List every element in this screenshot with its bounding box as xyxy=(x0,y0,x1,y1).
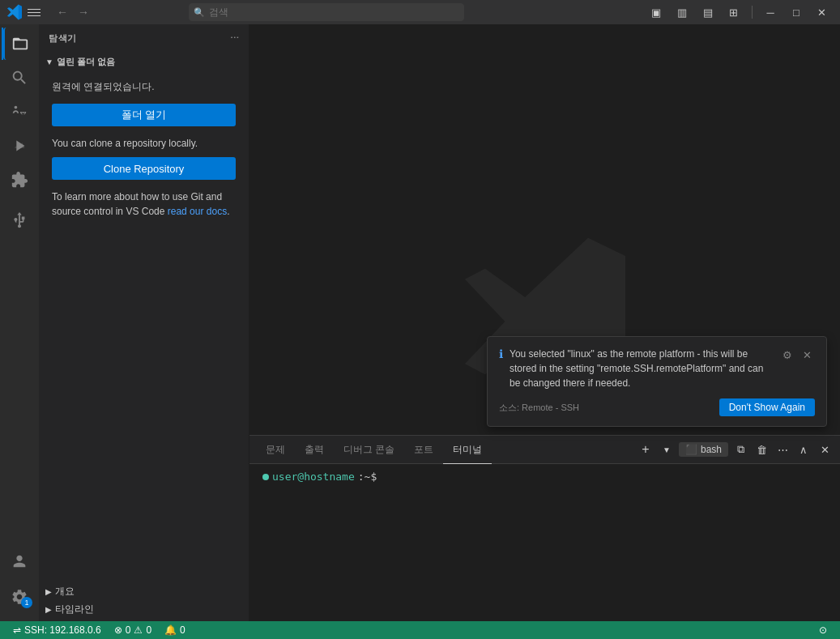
notification-popup: ℹ You selected "linux" as the remote pla… xyxy=(487,336,827,427)
sidebar-header-actions: ⋯ xyxy=(230,33,240,44)
sidebar-footer-overview[interactable]: ▶ 개요 xyxy=(39,582,249,600)
terminal-line: user@hostname :~$ xyxy=(262,471,827,483)
sidebar-item-explorer[interactable] xyxy=(3,28,36,60)
notification-footer: 소스: Remote - SSH Don't Show Again xyxy=(499,398,815,416)
titlebar-controls: ▣ ▥ ▤ ⊞ ─ □ ✕ xyxy=(645,3,834,21)
settings-badge: 1 xyxy=(21,597,32,608)
status-bar-right: ⊙ xyxy=(812,621,834,639)
notification-settings-button[interactable]: ⚙ xyxy=(779,347,795,363)
notification-close-button[interactable]: ✕ xyxy=(799,347,815,363)
status-info-count: 0 xyxy=(180,624,185,636)
sidebar-item-remote[interactable] xyxy=(3,204,36,236)
status-bar: ⇌ SSH: 192.168.0.6 ⊗ 0 ⚠ 0 🔔 0 ⊙ xyxy=(0,621,840,639)
terminal-dropdown-button[interactable]: ▼ xyxy=(658,441,676,458)
bell-icon: 🔔 xyxy=(164,624,177,636)
sidebar-item-source-control[interactable] xyxy=(3,96,36,128)
layout-toggle-3-button[interactable]: ▤ xyxy=(697,3,719,21)
layout-toggle-4-button[interactable]: ⊞ xyxy=(723,3,745,21)
dont-show-again-button[interactable]: Don't Show Again xyxy=(719,398,815,416)
section-title: 열린 폴더 없음 xyxy=(57,56,115,68)
kill-terminal-button[interactable]: 🗑 xyxy=(753,441,770,458)
sidebar-footer-timeline[interactable]: ▶ 타임라인 xyxy=(39,600,249,618)
editor-area: 문제 출력 디버그 콘솔 포트 터미널 + ▼ ⬛ bash ⧉ 🗑 ⋯ ∧ ✕ xyxy=(249,24,840,621)
status-errors-count: 0 xyxy=(126,624,131,636)
sidebar-title: 탐색기 xyxy=(49,32,77,45)
search-input[interactable] xyxy=(189,3,464,21)
terminal-content: user@hostname :~$ xyxy=(249,464,840,621)
titlebar-nav: ← → xyxy=(53,3,92,21)
error-icon: ⊗ xyxy=(114,624,122,636)
status-notifications-button[interactable]: ⊙ xyxy=(812,621,834,639)
footer-overview-label: 개요 xyxy=(55,585,75,599)
bash-text: bash xyxy=(701,444,722,455)
nav-back-button[interactable]: ← xyxy=(53,3,71,21)
chevron-right-icon: ▶ xyxy=(45,605,52,614)
nav-forward-button[interactable]: → xyxy=(75,3,92,21)
notification-source: 소스: Remote - SSH xyxy=(499,402,579,414)
warning-icon: ⚠ xyxy=(134,624,143,636)
notification-actions: ⚙ ✕ xyxy=(779,347,815,363)
panel-close-button[interactable]: ✕ xyxy=(816,441,834,458)
info-icon: ℹ xyxy=(499,347,503,360)
status-ssh-label: SSH: 192.168.0.6 xyxy=(24,624,101,636)
clone-description: You can clone a repository locally. xyxy=(52,136,236,151)
menu-icon[interactable] xyxy=(28,4,44,20)
tab-problems[interactable]: 문제 xyxy=(256,436,295,464)
notification-message: You selected "linux" as the remote platf… xyxy=(510,347,773,390)
search-icon: 🔍 xyxy=(194,7,205,18)
sidebar-item-extensions[interactable] xyxy=(3,164,36,196)
panel-tabs: 문제 출력 디버그 콘솔 포트 터미널 + ▼ ⬛ bash ⧉ 🗑 ⋯ ∧ ✕ xyxy=(249,436,840,464)
bash-icon: ⬛ xyxy=(685,444,697,455)
layout-toggle-1-button[interactable]: ▣ xyxy=(645,3,667,21)
layout-toggle-2-button[interactable]: ▥ xyxy=(671,3,693,21)
close-button[interactable]: ✕ xyxy=(811,3,834,21)
read-docs-link[interactable]: read our docs xyxy=(168,206,227,217)
activity-bar-bottom: 1 xyxy=(3,545,36,621)
split-terminal-button[interactable]: ⧉ xyxy=(731,441,749,458)
panel: 문제 출력 디버그 콘솔 포트 터미널 + ▼ ⬛ bash ⧉ 🗑 ⋯ ∧ ✕ xyxy=(249,435,840,621)
activity-bar: 1 xyxy=(0,24,39,621)
tab-output[interactable]: 출력 xyxy=(295,436,334,464)
status-errors-item[interactable]: ⊗ 0 ⚠ 0 xyxy=(108,621,158,639)
sidebar-section-no-folder[interactable]: ▼ 열린 폴더 없음 xyxy=(39,53,249,70)
sidebar-footer: ▶ 개요 ▶ 타임라인 xyxy=(39,579,249,621)
panel-actions: + ▼ ⬛ bash ⧉ 🗑 ⋯ ∧ ✕ xyxy=(637,441,834,458)
chevron-right-icon: ▶ xyxy=(45,587,52,596)
add-terminal-button[interactable]: + xyxy=(637,441,655,458)
notification-header: ℹ You selected "linux" as the remote pla… xyxy=(499,347,815,390)
bash-terminal-label[interactable]: ⬛ bash xyxy=(679,442,728,457)
terminal-user: user@hostname xyxy=(272,471,355,483)
status-info-item[interactable]: 🔔 0 xyxy=(158,621,192,639)
titlebar: ← → 🔍 ▣ ▥ ▤ ⊞ ─ □ ✕ xyxy=(0,0,840,24)
connected-message: 원격에 연결되었습니다. xyxy=(52,80,236,94)
sidebar: 탐색기 ⋯ ▼ 열린 폴더 없음 원격에 연결되었습니다. 폴더 열기 You … xyxy=(39,24,249,621)
terminal-dot xyxy=(262,474,269,480)
tab-terminal[interactable]: 터미널 xyxy=(443,436,492,464)
sidebar-more-actions-button[interactable]: ⋯ xyxy=(230,33,240,44)
sidebar-item-search[interactable] xyxy=(3,62,36,94)
minimize-button[interactable]: ─ xyxy=(759,3,782,21)
footer-timeline-label: 타임라인 xyxy=(55,603,94,616)
sidebar-item-account[interactable] xyxy=(3,545,36,577)
panel-maximize-button[interactable]: ∧ xyxy=(795,441,812,458)
chevron-down-icon: ▼ xyxy=(45,58,53,66)
sidebar-item-run[interactable] xyxy=(3,130,36,162)
terminal-path: :~$ xyxy=(358,471,377,483)
tab-ports[interactable]: 포트 xyxy=(404,436,443,464)
clone-repository-button[interactable]: Clone Repository xyxy=(52,157,236,180)
status-warnings-count: 0 xyxy=(146,624,151,636)
open-folder-button[interactable]: 폴더 열기 xyxy=(52,104,236,126)
panel-more-actions-button[interactable]: ⋯ xyxy=(774,441,791,458)
tab-debug-console[interactable]: 디버그 콘솔 xyxy=(334,436,404,464)
vscode-logo-icon xyxy=(6,4,23,20)
sidebar-item-settings[interactable]: 1 xyxy=(3,581,36,613)
sidebar-content: 원격에 연결되었습니다. 폴더 열기 You can clone a repos… xyxy=(39,70,249,579)
git-learn-text: To learn more about how to use Git and s… xyxy=(52,190,236,219)
main-area: 1 탐색기 ⋯ ▼ 열린 폴더 없음 원격에 연결되었습니다. 폴더 열기 Yo… xyxy=(0,24,840,621)
remote-icon: ⇌ xyxy=(13,624,21,636)
maximize-button[interactable]: □ xyxy=(785,3,808,21)
notifications-icon: ⊙ xyxy=(819,624,827,636)
titlebar-search-area: 🔍 xyxy=(189,3,464,21)
status-ssh-item[interactable]: ⇌ SSH: 192.168.0.6 xyxy=(6,621,108,639)
sidebar-header: 탐색기 ⋯ xyxy=(39,24,249,53)
